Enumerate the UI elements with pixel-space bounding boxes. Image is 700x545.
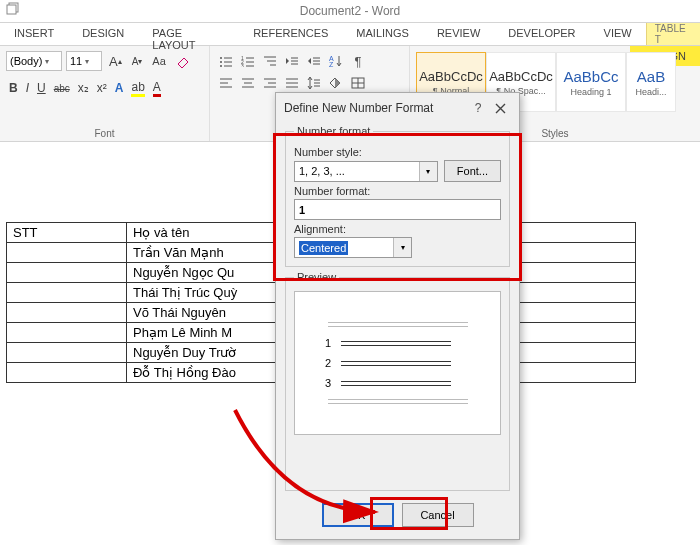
font-name-select[interactable]: (Body)▾	[6, 51, 62, 71]
borders-button[interactable]	[348, 74, 368, 92]
tab-review[interactable]: REVIEW	[423, 23, 494, 45]
number-format-legend: Number format	[294, 125, 373, 137]
show-marks-button[interactable]: ¶	[348, 52, 368, 70]
table-tools-label: TABLE T	[647, 23, 700, 45]
tab-design[interactable]: DESIGN	[68, 23, 138, 45]
preview-item: 2	[313, 357, 482, 369]
align-left-button[interactable]	[216, 74, 236, 92]
cancel-button-label: Cancel	[420, 509, 454, 521]
subscript-button[interactable]: x₂	[75, 78, 92, 98]
increase-font-size-button[interactable]: A▴	[106, 51, 125, 71]
svg-point-2	[220, 57, 222, 59]
number-style-select[interactable]: 1, 2, 3, ... ▾	[294, 161, 438, 182]
alignment-select[interactable]: Centered ▾	[294, 237, 412, 258]
number-style-value: 1, 2, 3, ...	[299, 165, 345, 177]
svg-text:Z: Z	[329, 61, 334, 67]
superscript-button[interactable]: x²	[94, 78, 110, 98]
tab-insert[interactable]: INSERT	[0, 23, 68, 45]
title-bar: Document2 - Word	[0, 0, 700, 22]
table-tools-group: TABLE T	[646, 23, 700, 45]
chevron-down-icon: ▾	[393, 238, 411, 257]
shading-button[interactable]	[326, 74, 346, 92]
font-group: (Body)▾ 11▾ A▴ A▾ Aa B I U abc x₂ x² A a…	[0, 46, 210, 141]
help-button[interactable]: ?	[467, 99, 489, 117]
font-button[interactable]: Font...	[444, 160, 501, 182]
font-name-value: (Body)	[10, 55, 42, 67]
style-sample: AaB	[637, 68, 665, 85]
increase-indent-button[interactable]	[304, 52, 324, 70]
close-icon	[495, 103, 506, 114]
preview-legend: Preview	[294, 271, 339, 283]
tab-references[interactable]: REFERENCES	[239, 23, 342, 45]
cancel-button[interactable]: Cancel	[402, 503, 474, 527]
strikethrough-button[interactable]: abc	[51, 78, 73, 98]
justify-button[interactable]	[282, 74, 302, 92]
define-number-format-dialog: Define New Number Format ? Number format…	[275, 92, 520, 540]
ok-button-label: OK	[350, 509, 366, 521]
tab-view[interactable]: VIEW	[590, 23, 646, 45]
font-group-label: Font	[6, 126, 203, 141]
tab-page-layout[interactable]: PAGE LAYOUT	[138, 23, 239, 45]
style-sample: AaBbCc	[563, 68, 618, 85]
dialog-title-text: Define New Number Format	[284, 101, 433, 115]
svg-rect-1	[7, 5, 16, 14]
align-center-button[interactable]	[238, 74, 258, 92]
clear-formatting-button[interactable]	[173, 51, 193, 71]
italic-button[interactable]: I	[23, 78, 32, 98]
numbering-button[interactable]: 123	[238, 52, 258, 70]
style-sample: AaBbCcDc	[419, 69, 483, 84]
style-sample: AaBbCcDc	[489, 69, 553, 84]
number-format-label: Number format:	[294, 185, 501, 197]
font-size-select[interactable]: 11▾	[66, 51, 102, 71]
change-case-button[interactable]: Aa	[149, 51, 168, 71]
bold-button[interactable]: B	[6, 78, 21, 98]
decrease-font-size-button[interactable]: A▾	[129, 51, 146, 71]
document-title: Document2 - Word	[300, 4, 400, 18]
svg-point-4	[220, 61, 222, 63]
font-button-label: Font...	[457, 165, 488, 177]
text-effects-button[interactable]: A	[112, 78, 127, 98]
dialog-titlebar[interactable]: Define New Number Format ?	[276, 93, 519, 123]
preview-item: 1	[313, 337, 482, 349]
decrease-indent-button[interactable]	[282, 52, 302, 70]
align-right-button[interactable]	[260, 74, 280, 92]
chevron-down-icon: ▾	[419, 162, 437, 181]
svg-point-6	[220, 65, 222, 67]
number-format-input[interactable]	[294, 199, 501, 220]
preview-item: 3	[313, 377, 482, 389]
dialog-footer: OK Cancel	[276, 493, 519, 539]
tab-developer[interactable]: DEVELOPER	[494, 23, 589, 45]
ribbon-tabs: INSERT DESIGN PAGE LAYOUT REFERENCES MAI…	[0, 22, 700, 46]
style-label: Heading 1	[570, 87, 611, 97]
highlight-button[interactable]: ab	[128, 78, 147, 98]
font-color-button[interactable]: A	[150, 78, 164, 98]
ok-button[interactable]: OK	[322, 503, 394, 527]
chevron-down-icon: ▾	[45, 57, 49, 66]
number-style-label: Number style:	[294, 146, 501, 158]
chevron-down-icon: ▾	[85, 57, 89, 66]
style-heading-2[interactable]: AaB Headi...	[626, 52, 676, 112]
table-header-stt[interactable]: STT	[7, 223, 127, 243]
sort-button[interactable]: AZ	[326, 52, 346, 70]
font-size-value: 11	[70, 55, 82, 67]
alignment-label: Alignment:	[294, 223, 501, 235]
eraser-icon	[176, 54, 190, 68]
style-heading-1[interactable]: AaBbCc Heading 1	[556, 52, 626, 112]
line-spacing-button[interactable]	[304, 74, 324, 92]
close-button[interactable]	[489, 99, 511, 117]
bullets-button[interactable]	[216, 52, 236, 70]
multilevel-list-button[interactable]	[260, 52, 280, 70]
svg-text:3: 3	[241, 63, 244, 67]
style-label: Headi...	[635, 87, 666, 97]
tab-mailings[interactable]: MAILINGS	[342, 23, 423, 45]
restore-down-icon[interactable]	[6, 2, 20, 16]
underline-button[interactable]: U	[34, 78, 49, 98]
preview-fieldset: Preview 1 2 3	[285, 271, 510, 491]
alignment-value: Centered	[299, 241, 348, 255]
preview-box: 1 2 3	[294, 291, 501, 435]
number-format-fieldset: Number format Number style: 1, 2, 3, ...…	[285, 125, 510, 267]
